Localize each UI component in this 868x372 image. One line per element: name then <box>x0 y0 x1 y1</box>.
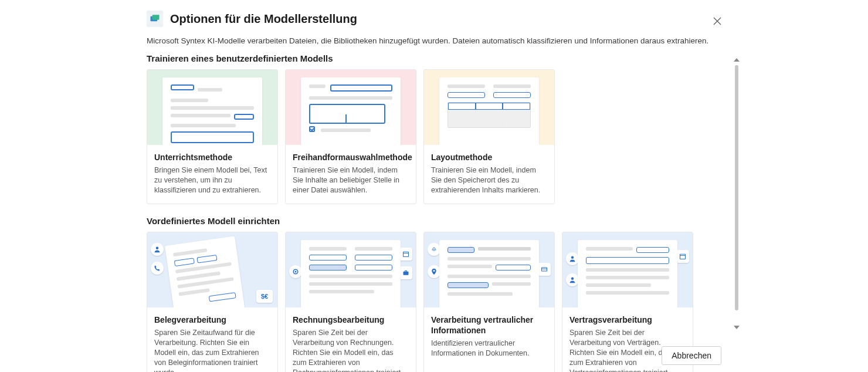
svg-rect-10 <box>542 268 547 271</box>
card-desc: Bringen Sie einem Modell bei, Text zu ve… <box>154 165 270 195</box>
card-title: Verarbeitung vertraulicher Informationen <box>431 314 547 336</box>
illustration-receipt: $€ <box>147 232 277 307</box>
svg-point-12 <box>571 256 574 259</box>
scrollbar[interactable] <box>734 58 739 329</box>
custom-section-heading: Trainieren eines benutzerdefinierten Mod… <box>147 53 724 63</box>
scroll-up-icon <box>734 58 740 62</box>
phone-icon <box>151 262 164 275</box>
card-receipt-processing[interactable]: $€ Belegverarbeitung Sparen Sie Zeitaufw… <box>147 232 278 372</box>
prebuilt-card-row: $€ Belegverarbeitung Sparen Sie Zeitaufw… <box>147 232 724 372</box>
close-icon <box>713 17 721 25</box>
currency-icon: $€ <box>256 290 273 303</box>
cancel-button[interactable]: Abbrechen <box>662 346 721 365</box>
card-desc: Identifizieren vertraulicher Information… <box>431 339 547 359</box>
card-title: Layoutmethode <box>431 152 547 163</box>
card-desc: Trainieren Sie ein Modell, indem Sie den… <box>431 165 547 195</box>
svg-rect-8 <box>405 270 407 272</box>
dialog-subtitle: Microsoft Syntex KI-Modelle verarbeiten … <box>147 36 724 45</box>
svg-rect-1 <box>152 15 160 19</box>
card-desc: Sparen Sie Zeit bei der Verarbeitung von… <box>293 328 409 372</box>
svg-point-4 <box>295 270 297 272</box>
scroll-area: Trainieren eines benutzerdefinierten Mod… <box>147 53 724 372</box>
person-icon <box>151 243 164 256</box>
card-title: Unterrichtsmethode <box>154 152 270 163</box>
card-title: Belegverarbeitung <box>154 314 270 325</box>
illustration-freeform <box>286 70 416 145</box>
syntex-icon <box>147 11 163 27</box>
person-icon <box>566 273 579 286</box>
dialog-title: Optionen für die Modellerstellung <box>170 12 357 26</box>
card-title: Vertragsverarbeitung <box>569 314 686 325</box>
dialog-footer: Abbrechen <box>662 346 721 365</box>
illustration-sensitive <box>424 232 554 307</box>
calendar-icon <box>399 248 412 261</box>
person-icon <box>566 252 579 265</box>
svg-point-9 <box>433 270 435 272</box>
briefcase-icon <box>399 266 412 279</box>
illustration-layout <box>424 70 554 145</box>
scroll-thumb[interactable] <box>735 65 738 310</box>
svg-point-2 <box>156 246 159 249</box>
dialog-header: Optionen für die Modellerstellung <box>147 11 724 27</box>
custom-card-row: Unterrichtsmethode Bringen Sie einem Mod… <box>147 69 724 204</box>
card-title: Rechnungsbearbeitung <box>293 314 409 325</box>
illustration-teaching <box>147 70 277 145</box>
model-options-dialog: Optionen für die Modellerstellung Micros… <box>147 11 724 372</box>
svg-rect-14 <box>680 254 686 259</box>
card-sensitive-info[interactable]: Verarbeitung vertraulicher Informationen… <box>423 232 555 372</box>
scroll-down-icon <box>734 326 740 329</box>
svg-rect-5 <box>404 252 409 256</box>
illustration-invoice <box>286 232 416 307</box>
card-desc: Sparen Sie Zeitaufwand für die Verarbeit… <box>154 328 270 372</box>
prebuilt-section-heading: Vordefiniertes Modell einrichten <box>147 216 724 226</box>
card-layout-method[interactable]: Layoutmethode Trainieren Sie ein Modell,… <box>423 69 555 204</box>
calendar-icon <box>676 250 689 263</box>
svg-point-13 <box>571 277 574 280</box>
card-teaching-method[interactable]: Unterrichtsmethode Bringen Sie einem Mod… <box>147 69 278 204</box>
card-freeform-method[interactable]: Freihandformauswahlmethode Trainieren Si… <box>285 69 416 204</box>
location-icon <box>289 265 302 278</box>
card-title: Freihandformauswahlmethode <box>293 152 409 163</box>
card-desc: Trainieren Sie ein Modell, indem Sie Inh… <box>293 165 409 195</box>
close-button[interactable] <box>710 14 724 28</box>
card-invoice-processing[interactable]: Rechnungsbearbeitung Sparen Sie Zeit bei… <box>285 232 416 372</box>
fingerprint-icon <box>428 243 440 256</box>
illustration-contract <box>562 232 693 307</box>
creditcard-icon <box>538 263 551 276</box>
pin-icon <box>428 265 440 278</box>
